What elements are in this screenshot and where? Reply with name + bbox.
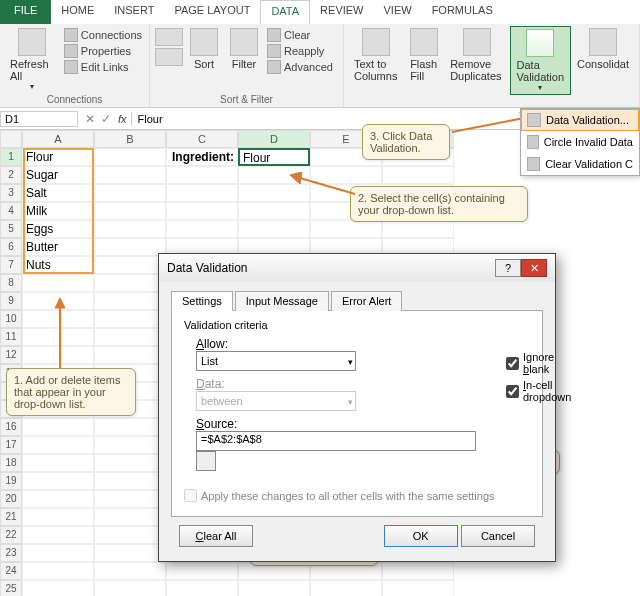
cell[interactable]	[22, 454, 94, 472]
row-head[interactable]: 24	[0, 562, 22, 580]
tab-error-alert[interactable]: Error Alert	[331, 291, 403, 311]
cell[interactable]	[22, 436, 94, 454]
tab-review[interactable]: REVIEW	[310, 0, 373, 24]
cell[interactable]	[94, 580, 166, 596]
filter-button[interactable]: Filter	[224, 26, 264, 72]
cell[interactable]	[238, 580, 310, 596]
dialog-titlebar[interactable]: Data Validation ? ✕	[159, 254, 555, 282]
edit-links-button[interactable]: Edit Links	[61, 60, 145, 74]
cell[interactable]	[94, 526, 166, 544]
row-head[interactable]: 1	[0, 148, 22, 166]
cell[interactable]: Milk	[22, 202, 94, 220]
row-head[interactable]: 4	[0, 202, 22, 220]
cell[interactable]	[166, 562, 238, 580]
cell[interactable]: Flour	[22, 148, 94, 166]
flash-fill-button[interactable]: Flash Fill	[404, 26, 444, 84]
tab-file[interactable]: FILE	[0, 0, 51, 24]
cell[interactable]	[94, 328, 166, 346]
sort-asc-button[interactable]	[154, 26, 184, 70]
text-to-columns-button[interactable]: Text to Columns	[348, 26, 404, 84]
cell[interactable]	[94, 274, 166, 292]
cell[interactable]	[22, 472, 94, 490]
cell[interactable]	[382, 562, 454, 580]
row-head[interactable]: 16	[0, 418, 22, 436]
tab-formulas[interactable]: FORMULAS	[422, 0, 503, 24]
row-head[interactable]: 23	[0, 544, 22, 562]
col-A[interactable]: A	[22, 130, 94, 148]
dialog-help-button[interactable]: ?	[495, 259, 521, 277]
ignore-blank-checkbox[interactable]: Ignore blank	[506, 351, 571, 375]
cell[interactable]	[94, 256, 166, 274]
cell[interactable]	[94, 238, 166, 256]
advanced-button[interactable]: Advanced	[264, 60, 336, 74]
clear-all-button[interactable]: Clear All	[179, 525, 253, 547]
col-B[interactable]: B	[94, 130, 166, 148]
name-box[interactable]: D1	[0, 111, 78, 127]
ok-button[interactable]: OK	[384, 525, 458, 547]
cell[interactable]	[22, 580, 94, 596]
row-head[interactable]: 8	[0, 274, 22, 292]
cell[interactable]	[94, 472, 166, 490]
reapply-button[interactable]: Reapply	[264, 44, 336, 58]
col-C[interactable]: C	[166, 130, 238, 148]
cell[interactable]	[94, 220, 166, 238]
tab-settings[interactable]: Settings	[171, 291, 233, 311]
menu-clear-validation[interactable]: Clear Validation C	[521, 153, 639, 175]
cell[interactable]	[94, 508, 166, 526]
cell[interactable]	[22, 490, 94, 508]
cell[interactable]	[94, 310, 166, 328]
cell[interactable]	[238, 220, 310, 238]
dropdown-arrow[interactable]: ▼	[309, 149, 310, 166]
col-D[interactable]: D	[238, 130, 310, 148]
clear-button[interactable]: Clear	[264, 28, 336, 42]
cell[interactable]	[382, 220, 454, 238]
remove-duplicates-button[interactable]: Remove Duplicates	[444, 26, 509, 84]
cell[interactable]: Sugar	[22, 166, 94, 184]
cell[interactable]	[94, 202, 166, 220]
cell[interactable]	[166, 580, 238, 596]
connections-button[interactable]: Connections	[61, 28, 145, 42]
row-head[interactable]: 11	[0, 328, 22, 346]
row-head[interactable]: 10	[0, 310, 22, 328]
cell[interactable]	[166, 202, 238, 220]
row-head[interactable]: 7	[0, 256, 22, 274]
cell[interactable]	[94, 166, 166, 184]
cell[interactable]: Nuts	[22, 256, 94, 274]
cell[interactable]	[238, 202, 310, 220]
tab-insert[interactable]: INSERT	[104, 0, 164, 24]
menu-data-validation[interactable]: Data Validation...	[521, 109, 639, 131]
cell[interactable]	[94, 148, 166, 166]
menu-circle-invalid[interactable]: Circle Invalid Data	[521, 131, 639, 153]
enter-icon[interactable]: ✓	[98, 112, 114, 126]
cell[interactable]: Ingredient:	[166, 148, 238, 166]
row-head[interactable]: 6	[0, 238, 22, 256]
cell[interactable]	[22, 562, 94, 580]
cell[interactable]	[22, 526, 94, 544]
cell[interactable]	[166, 166, 238, 184]
row-head[interactable]: 2	[0, 166, 22, 184]
cell[interactable]	[94, 436, 166, 454]
properties-button[interactable]: Properties	[61, 44, 145, 58]
cancel-button[interactable]: Cancel	[461, 525, 535, 547]
cell[interactable]	[94, 562, 166, 580]
row-head[interactable]: 3	[0, 184, 22, 202]
tab-view[interactable]: VIEW	[374, 0, 422, 24]
cell[interactable]: Eggs	[22, 220, 94, 238]
in-cell-dropdown-checkbox[interactable]: In-cell dropdown	[506, 379, 571, 403]
allow-combo[interactable]: List	[196, 351, 356, 371]
cell[interactable]	[166, 184, 238, 202]
select-all-corner[interactable]	[0, 130, 22, 148]
cell[interactable]	[22, 508, 94, 526]
row-head[interactable]: 20	[0, 490, 22, 508]
range-selector-button[interactable]	[196, 451, 216, 471]
source-input[interactable]: =$A$2:$A$8	[196, 431, 476, 451]
tab-pagelayout[interactable]: PAGE LAYOUT	[164, 0, 260, 24]
cancel-icon[interactable]: ✕	[82, 112, 98, 126]
tab-input-message[interactable]: Input Message	[235, 291, 329, 311]
cell[interactable]	[94, 418, 166, 436]
cell[interactable]	[22, 418, 94, 436]
fx-icon[interactable]: fx	[114, 113, 131, 125]
cell[interactable]	[94, 454, 166, 472]
refresh-all-button[interactable]: Refresh All▾	[4, 26, 61, 93]
cell[interactable]	[94, 490, 166, 508]
